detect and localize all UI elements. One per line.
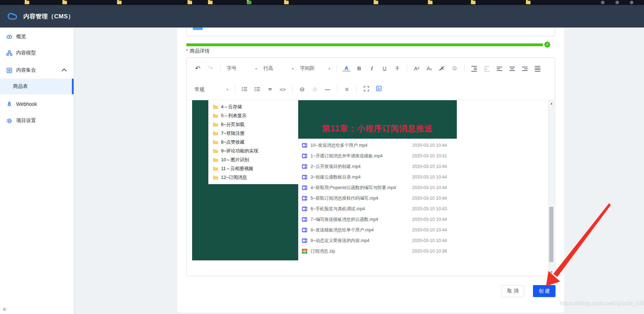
sidebar-item-content-collection[interactable]: 内容集合 (0, 62, 74, 78)
toolbar-divider (337, 85, 337, 94)
font-color-icon[interactable]: A (343, 65, 350, 72)
sidebar-item-overview[interactable]: 概览 (0, 29, 74, 44)
file-date: 2020-03-10 10:44 (412, 143, 447, 148)
underline-icon[interactable]: U (381, 65, 388, 72)
file-name: 2~云开发项目的创建.mp4 (311, 164, 361, 170)
line-height-dropdown[interactable]: 行高▾ (263, 65, 294, 72)
sidebar-item-product-table[interactable]: 商品表 (0, 79, 74, 94)
video-file-icon (302, 153, 307, 158)
video-file-icon (302, 175, 307, 180)
screenshot-file-list: 10~发送消息给多个用户.mp4 2020-03-10 10:44 1~开通订阅… (298, 139, 457, 260)
bookmark-folder-icon[interactable] (374, 1, 378, 4)
file-date: 2020-03-10 10:36 (412, 249, 447, 254)
scroll-up-icon[interactable]: ▲ (548, 101, 554, 106)
scroll-down-icon[interactable]: ▼ (548, 270, 554, 275)
file-row: 3~创建云函数根目录.mp4 2020-03-10 10:44 (298, 172, 457, 182)
folder-row: 8~点赞收藏 (208, 138, 298, 146)
folder-name: 6~分页加载 (221, 121, 245, 128)
justify-icon[interactable] (534, 65, 541, 72)
file-name: 6~手机预览与真机调试.mp4 (311, 206, 365, 212)
bookmark-site-icon[interactable] (247, 1, 251, 4)
folder-icon (213, 114, 218, 118)
folder-row: 7~登陆注册 (208, 129, 298, 138)
blockquote-icon[interactable]: ” (266, 89, 274, 93)
unlink-icon[interactable]: ⊘ (311, 86, 319, 93)
bookmark-folder-icon[interactable] (188, 1, 192, 4)
scrollbar-thumb[interactable] (549, 207, 553, 262)
collection-icon (6, 67, 12, 73)
strikethrough-icon[interactable]: T (393, 65, 401, 72)
align-right-icon[interactable] (521, 65, 529, 72)
file-name: 订阅消息.zip (311, 248, 335, 254)
sidebar-item-content-model[interactable]: 内容模型 (0, 45, 74, 61)
letter-spacing-dropdown[interactable]: 字间距▾ (300, 65, 330, 72)
bookmark-folder-icon[interactable] (284, 1, 289, 4)
indent-icon[interactable] (470, 65, 478, 72)
file-row: 10~发送消息给多个用户.mp4 2020-03-10 10:44 (298, 140, 457, 151)
italic-icon[interactable]: I (368, 65, 376, 72)
file-row: 2~云开发项目的创建.mp4 2020-03-10 10:44 (298, 161, 457, 172)
bookmark-folder-icon[interactable] (428, 1, 433, 4)
folder-row: 9~评论功能的实现 (208, 146, 298, 155)
bookmark-folder-icon[interactable] (526, 1, 530, 4)
browser-avatar-icon[interactable] (601, 1, 605, 4)
file-row: 4~获取用户openid云函数的编写与部署.mp4 2020-03-10 10:… (298, 182, 457, 193)
fullscreen-icon[interactable] (362, 86, 370, 93)
editor-content-area[interactable]: 4～云存储 5～列表显示 6~分页加载 7~登陆注册 8~点赞收藏 9~评论功能… (186, 100, 555, 276)
video-file-icon (302, 143, 307, 148)
ordered-list-icon[interactable] (253, 86, 261, 93)
bookmark-folder-icon[interactable] (25, 1, 29, 4)
video-file-icon (302, 228, 307, 233)
toolbar-divider (292, 85, 293, 94)
file-name: 3~创建云函数根目录.mp4 (311, 174, 361, 180)
file-row: 7~编写推送模板消息的云函数.mp4 2020-03-10 10:44 (298, 214, 457, 225)
folder-icon (213, 105, 218, 109)
chevron-down-icon: ▾ (292, 67, 294, 71)
video-file-icon (302, 217, 307, 222)
sidebar-item-project-settings[interactable]: 项目设置 (0, 113, 74, 128)
paragraph-style-dropdown[interactable]: 常规▾ (195, 86, 228, 93)
file-row: 订阅消息.zip 2020-03-10 10:36 (298, 246, 457, 256)
file-name: 4~获取用户openid云函数的编写与部署.mp4 (311, 185, 396, 191)
bullet-list-icon[interactable] (241, 86, 249, 93)
sidebar-item-label: 项目设置 (16, 117, 36, 124)
folder-row: 10～图片识别 (208, 155, 298, 164)
code-icon[interactable]: <> (279, 86, 287, 93)
clear-format-icon[interactable]: A (438, 65, 446, 72)
align-center-icon[interactable] (508, 65, 516, 72)
bookmark-folder-icon[interactable] (471, 1, 476, 4)
file-name: 10~发送消息给多个用户.mp4 (311, 143, 368, 149)
required-asterisk: * (186, 48, 188, 54)
toolbar-divider (220, 64, 220, 73)
folder-icon (213, 131, 218, 135)
file-name: 1~开通订阅消息并申请推送模板.mp4 (311, 153, 383, 159)
cancel-button[interactable]: 取 消 (502, 285, 524, 297)
emoji-icon[interactable]: ☺ (451, 65, 459, 72)
sidebar-item-webhook[interactable]: Webhook (0, 96, 74, 112)
format-brush-icon[interactable]: ≡ (343, 86, 351, 93)
superscript-icon[interactable]: Aˢ (413, 65, 421, 72)
link-icon[interactable]: ⊖ (298, 86, 306, 93)
sidebar-item-label: Webhook (16, 101, 37, 107)
folder-row: 6~分页加载 (208, 120, 298, 129)
screenshot-chapter-title: 第11章：小程序订阅消息推送 (298, 100, 457, 139)
undo-icon[interactable]: ↶ (194, 65, 202, 72)
bookmark-folder-icon[interactable] (208, 1, 213, 4)
redo-icon[interactable]: ↷ (207, 65, 214, 72)
subscript-icon[interactable]: Aₛ (425, 65, 433, 72)
insert-image-icon[interactable] (375, 86, 383, 93)
bookmark-folder-icon[interactable] (117, 1, 122, 4)
browser-menu-icon[interactable] (630, 1, 633, 4)
sidebar-collapse-icon[interactable]: ≡ (3, 306, 6, 313)
upload-field-partial[interactable] (186, 28, 555, 36)
browser-menu-icon[interactable] (615, 1, 619, 4)
bold-icon[interactable]: B (355, 65, 363, 72)
upload-progress-chip (193, 28, 203, 30)
editor-scrollbar[interactable]: ▲ ▼ (548, 100, 554, 276)
create-button[interactable]: 创 建 (533, 285, 556, 297)
align-left-icon[interactable] (496, 65, 503, 72)
horizontal-rule-icon[interactable]: — (324, 86, 331, 93)
font-size-dropdown[interactable]: 字号▾ (227, 65, 257, 72)
bookmark-folder-icon[interactable] (62, 1, 67, 4)
outdent-icon[interactable] (483, 65, 491, 72)
